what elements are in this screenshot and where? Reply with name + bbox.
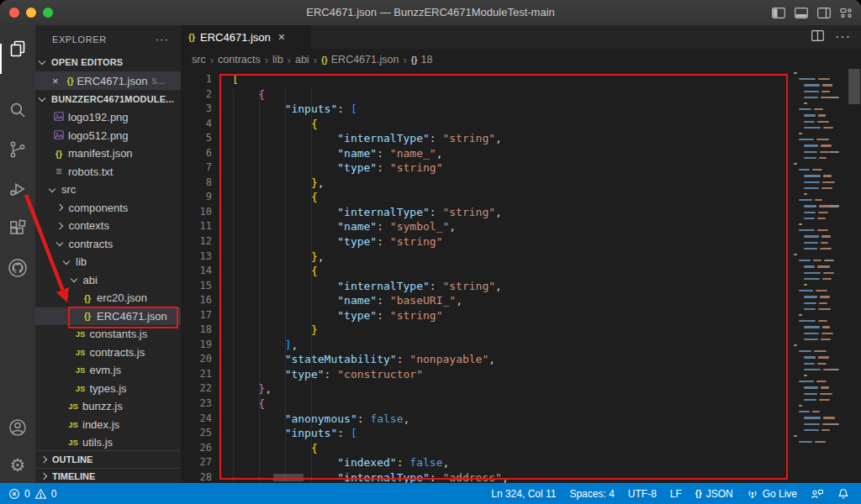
code-line-24[interactable]: 24 "anonymous": false, bbox=[181, 412, 861, 427]
line-number[interactable]: 14 bbox=[181, 264, 212, 279]
tree-item-contracts[interactable]: contracts bbox=[35, 235, 181, 254]
line-number[interactable]: 8 bbox=[181, 176, 212, 191]
line-number[interactable]: 4 bbox=[181, 117, 212, 132]
line-number[interactable]: 5 bbox=[181, 131, 212, 146]
editor-more-actions-icon[interactable]: ··· bbox=[835, 29, 851, 45]
code-line-4[interactable]: 4 { bbox=[181, 117, 861, 132]
cursor-position[interactable]: Ln 324, Col 11 bbox=[491, 488, 556, 500]
extensions-icon[interactable] bbox=[0, 215, 35, 242]
notifications-bell-icon[interactable] bbox=[837, 488, 849, 500]
line-number[interactable]: 3 bbox=[181, 102, 212, 117]
tree-item-utils-js[interactable]: JSutils.js bbox=[35, 433, 181, 452]
line-number[interactable]: 25 bbox=[181, 426, 212, 441]
code-line-10[interactable]: 10 "internalType": "string", bbox=[181, 205, 861, 220]
line-number[interactable]: 6 bbox=[181, 146, 212, 161]
tree-item-logo512-png[interactable]: logo512.png bbox=[35, 127, 181, 145]
code-line-1[interactable]: 1[ bbox=[181, 72, 861, 87]
tree-item-components[interactable]: components bbox=[35, 199, 181, 218]
toggle-panel-icon[interactable] bbox=[795, 8, 808, 18]
tree-item-contracts-js[interactable]: JScontracts.js bbox=[35, 344, 181, 362]
language-mode[interactable]: {} JSON bbox=[695, 488, 733, 500]
line-number[interactable]: 11 bbox=[181, 219, 212, 234]
code-line-13[interactable]: 13 }, bbox=[181, 249, 861, 265]
tree-item-logo192-png[interactable]: logo192.png bbox=[35, 108, 181, 127]
code-line-8[interactable]: 8 }, bbox=[181, 176, 861, 191]
code-line-6[interactable]: 6 "name": "name_", bbox=[181, 146, 861, 161]
toggle-secondary-sidebar-icon[interactable] bbox=[817, 8, 831, 18]
line-number[interactable]: 18 bbox=[181, 323, 212, 338]
tree-item-constants-js[interactable]: JSconstants.js bbox=[35, 325, 181, 344]
run-debug-icon[interactable] bbox=[0, 176, 35, 202]
code-line-19[interactable]: 19 ], bbox=[181, 338, 861, 353]
go-live-button[interactable]: Go Live bbox=[747, 488, 797, 500]
problems-warnings[interactable]: 0 bbox=[34, 488, 57, 500]
line-number[interactable]: 7 bbox=[181, 160, 212, 176]
code-line-18[interactable]: 18 } bbox=[181, 323, 861, 338]
minimap[interactable] bbox=[791, 72, 847, 452]
close-editor-icon[interactable]: × bbox=[52, 75, 59, 87]
outline-section[interactable]: OUTLINE bbox=[35, 450, 181, 468]
tree-item-abi[interactable]: abi bbox=[35, 271, 181, 290]
line-number[interactable]: 9 bbox=[181, 190, 212, 205]
tree-item-manifest-json[interactable]: {}manifest.json bbox=[35, 144, 181, 163]
code-line-11[interactable]: 11 "name": "symbol_", bbox=[181, 219, 861, 234]
encoding[interactable]: UTF-8 bbox=[628, 488, 657, 500]
line-number[interactable]: 26 bbox=[181, 441, 212, 456]
line-number[interactable]: 24 bbox=[181, 412, 212, 427]
line-number[interactable]: 12 bbox=[181, 234, 212, 249]
workspace-section[interactable]: BUNZZERC4671MODULE... bbox=[35, 90, 181, 108]
tree-item-contexts[interactable]: contexts bbox=[35, 217, 181, 235]
account-icon[interactable] bbox=[0, 414, 35, 441]
problems-errors[interactable]: 0 bbox=[8, 488, 30, 500]
horizontal-scrollbar[interactable] bbox=[273, 474, 304, 481]
tab-erc4671-json[interactable]: {} ERC4671.json × bbox=[181, 25, 311, 49]
split-editor-icon[interactable] bbox=[811, 29, 824, 45]
line-number[interactable]: 13 bbox=[181, 249, 212, 265]
open-editor-item[interactable]: × {} ERC4671.json s... bbox=[35, 71, 181, 90]
code-line-14[interactable]: 14 { bbox=[181, 264, 861, 279]
settings-gear-icon[interactable]: ⚙ bbox=[0, 452, 35, 479]
eol-sequence[interactable]: LF bbox=[670, 488, 682, 500]
code-line-7[interactable]: 7 "type": "string" bbox=[181, 160, 861, 176]
open-editors-section[interactable]: OPEN EDITORS bbox=[35, 53, 181, 71]
code-line-22[interactable]: 22 }, bbox=[181, 381, 861, 396]
tree-item-types-js[interactable]: JStypes.js bbox=[35, 380, 181, 398]
line-number[interactable]: 17 bbox=[181, 308, 212, 323]
code-line-5[interactable]: 5 "internalType": "string", bbox=[181, 131, 861, 146]
code-line-20[interactable]: 20 "stateMutability": "nonpayable", bbox=[181, 352, 861, 367]
code-line-12[interactable]: 12 "type": "string" bbox=[181, 234, 861, 249]
tree-item-src[interactable]: src bbox=[35, 181, 181, 199]
tree-item-erc4671-json[interactable]: {}ERC4671.json bbox=[35, 307, 181, 326]
github-icon[interactable] bbox=[0, 255, 35, 281]
customize-layout-icon[interactable] bbox=[840, 8, 853, 18]
line-number[interactable]: 22 bbox=[181, 381, 212, 396]
code-line-2[interactable]: 2 { bbox=[181, 87, 861, 102]
tree-item-lib[interactable]: lib bbox=[35, 253, 181, 271]
code-line-17[interactable]: 17 "type": "string" bbox=[181, 308, 861, 323]
tree-item-evm-js[interactable]: JSevm.js bbox=[35, 361, 181, 380]
code-line-9[interactable]: 9 { bbox=[181, 190, 861, 205]
code-line-27[interactable]: 27 "indexed": false, bbox=[181, 455, 861, 470]
explorer-more-actions-icon[interactable]: ··· bbox=[156, 33, 169, 45]
line-number[interactable]: 10 bbox=[181, 205, 212, 220]
code-line-15[interactable]: 15 "internalType": "string", bbox=[181, 279, 861, 294]
line-number[interactable]: 1 bbox=[181, 72, 212, 87]
breadcrumb-item-18[interactable]: {}18 bbox=[411, 54, 433, 66]
timeline-section[interactable]: TIMELINE bbox=[35, 468, 181, 484]
line-number[interactable]: 19 bbox=[181, 338, 212, 353]
code-line-21[interactable]: 21 "type": "constructor" bbox=[181, 367, 861, 382]
minimize-window-button[interactable] bbox=[26, 8, 36, 18]
tree-item-index-js[interactable]: JSindex.js bbox=[35, 416, 181, 434]
line-number[interactable]: 15 bbox=[181, 279, 212, 294]
maximize-window-button[interactable] bbox=[43, 8, 53, 18]
code-area[interactable]: 1[2 {3 "inputs": [4 {5 "internalType": "… bbox=[181, 71, 861, 483]
search-icon[interactable] bbox=[0, 97, 35, 123]
breadcrumb-item-erc4671-json[interactable]: {}ERC4671.json bbox=[321, 54, 399, 66]
line-number[interactable]: 21 bbox=[181, 367, 212, 382]
source-control-icon[interactable] bbox=[0, 136, 35, 163]
explorer-icon[interactable] bbox=[0, 35, 35, 62]
breadcrumb-item-lib[interactable]: lib bbox=[272, 54, 283, 66]
breadcrumb-item-contracts[interactable]: contracts bbox=[218, 54, 261, 66]
line-number[interactable]: 20 bbox=[181, 352, 212, 367]
code-line-25[interactable]: 25 "inputs": [ bbox=[181, 426, 861, 441]
